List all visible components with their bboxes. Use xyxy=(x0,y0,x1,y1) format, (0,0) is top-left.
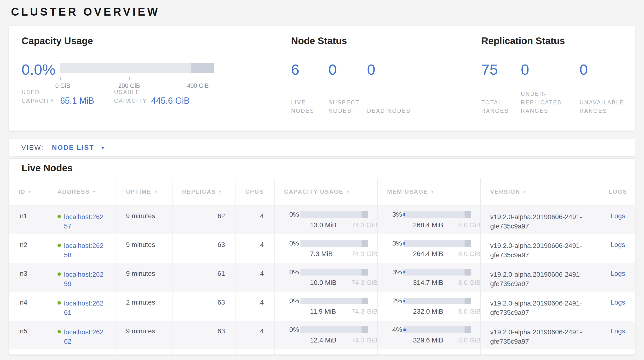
mem-used: 264.4 MiB xyxy=(413,250,443,258)
mem-percent: 3% xyxy=(387,211,402,218)
view-dropdown[interactable]: NODE LIST ▼ xyxy=(52,144,105,151)
mem-total: 8.0 GiB xyxy=(458,221,480,229)
table-header-row: ID ▼ ADDRESS ▼ UPTIME ▼ REPLICAS ▼ CPUS … xyxy=(9,178,635,206)
capacity-bar-track xyxy=(60,63,214,73)
column-header-version[interactable]: VERSION ▼ xyxy=(480,178,601,205)
axis-tick xyxy=(60,77,61,80)
logs-link[interactable]: Logs xyxy=(611,241,625,248)
replication-status-section: Replication Status 75 TOTAL RANGES 0 UND… xyxy=(481,36,635,115)
mem-mini-bar xyxy=(404,269,471,276)
node-version-cell: v19.2.0-alpha.20190606-2491-gfe735c9a97 xyxy=(480,234,601,263)
node-uptime: 9 minutes xyxy=(116,206,172,234)
capacity-usage-cell: 0% 10.0 MiB74.3 GiB xyxy=(274,263,377,292)
capacity-percent: 0% xyxy=(284,240,299,247)
sort-arrow-icon: ▼ xyxy=(218,190,222,194)
chevron-down-icon[interactable]: ▼ xyxy=(100,145,105,151)
live-nodes-table: ID ▼ ADDRESS ▼ UPTIME ▼ REPLICAS ▼ CPUS … xyxy=(9,178,635,355)
node-address-link[interactable]: localhost:26259 xyxy=(64,270,106,288)
mem-percent: 2% xyxy=(387,297,402,305)
axis-tick xyxy=(164,77,164,80)
node-live-dot xyxy=(58,215,61,218)
node-live-dot xyxy=(58,330,61,333)
capacity-used: 13.0 MiB xyxy=(310,221,336,229)
view-toolbar: VIEW: NODE LIST ▼ xyxy=(8,139,635,156)
view-label: VIEW: xyxy=(21,144,44,151)
column-header-mem-usage[interactable]: MEM USAGE ▼ xyxy=(377,178,480,205)
node-id: n5 xyxy=(9,321,48,349)
column-header-cpus: CPUS xyxy=(236,178,274,205)
node-address-cell: localhost:26262 xyxy=(48,321,116,349)
column-header-address[interactable]: ADDRESS ▼ xyxy=(48,178,116,205)
node-address-link[interactable]: localhost:26262 xyxy=(64,327,106,346)
column-header-id[interactable]: ID ▼ xyxy=(9,178,48,205)
capacity-used: 7.3 MiB xyxy=(310,250,333,258)
node-version: v19.2.0-alpha.20190606-2491-gfe735c9a97 xyxy=(490,212,592,231)
node-replicas: 63 xyxy=(172,292,236,321)
under-replicated-count: 0 xyxy=(521,62,580,77)
node-address-cell: localhost:26258 xyxy=(48,234,116,263)
axis-tick-label: 0 GiB xyxy=(55,82,70,89)
column-header-label: UPTIME xyxy=(126,189,152,195)
node-replicas: 61 xyxy=(172,263,236,292)
page-title: CLUSTER OVERVIEW xyxy=(11,5,160,18)
used-capacity-value: 65.1 MiB xyxy=(60,96,94,106)
unavailable-ranges-count: 0 xyxy=(580,62,634,77)
axis-tick-label: 200 GiB xyxy=(118,82,140,89)
capacity-percent: 0% xyxy=(284,268,299,276)
sort-arrow-icon: ▼ xyxy=(154,190,158,194)
replication-status-title: Replication Status xyxy=(481,36,635,46)
table-row: n3 localhost:26259 9 minutes 61 4 0% 10.… xyxy=(9,263,635,292)
node-replicas: 63 xyxy=(172,234,236,263)
table-row-clipped xyxy=(9,349,635,355)
mem-used: 268.4 MiB xyxy=(413,221,443,229)
mem-usage-cell: 3% 268.4 MiB8.0 GiB xyxy=(377,206,480,234)
node-cpus: 4 xyxy=(236,321,274,349)
used-capacity-label: USED CAPACITY xyxy=(22,88,60,105)
mem-mini-bar xyxy=(404,240,471,247)
column-header-uptime[interactable]: UPTIME ▼ xyxy=(116,178,172,205)
column-header-label: MEM USAGE xyxy=(387,189,428,195)
mem-usage-cell: 3% 314.7 MiB8.0 GiB xyxy=(377,263,480,292)
dead-nodes-count: 0 xyxy=(367,62,415,77)
under-replicated-label: UNDER-REPLICATED RANGES xyxy=(521,90,580,115)
capacity-total: 74.3 GiB xyxy=(352,279,378,287)
capacity-total: 74.3 GiB xyxy=(352,250,378,258)
live-nodes-count: 6 xyxy=(291,62,328,77)
capacity-total: 74.3 GiB xyxy=(352,221,378,229)
node-address-link[interactable]: localhost:26258 xyxy=(64,241,106,260)
column-header-label: REPLICAS xyxy=(182,189,216,195)
node-address-link[interactable]: localhost:26257 xyxy=(64,212,106,231)
column-header-label: ADDRESS xyxy=(58,189,90,195)
column-header-capacity-usage[interactable]: CAPACITY USAGE ▼ xyxy=(274,178,377,205)
capacity-mini-bar xyxy=(300,326,368,333)
logs-link[interactable]: Logs xyxy=(611,270,625,277)
node-address-cell: localhost:26257 xyxy=(48,206,116,234)
mem-mini-bar xyxy=(404,326,471,333)
column-header-label: CAPACITY USAGE xyxy=(284,189,343,195)
node-id: n1 xyxy=(9,206,48,234)
logs-link[interactable]: Logs xyxy=(611,327,625,335)
node-address-cell: localhost:26259 xyxy=(48,263,116,292)
logs-link[interactable]: Logs xyxy=(611,299,625,306)
capacity-mini-bar xyxy=(300,240,368,247)
column-header-label: CPUS xyxy=(245,189,264,195)
view-dropdown-value[interactable]: NODE LIST xyxy=(52,144,94,151)
node-address-link[interactable]: localhost:26261 xyxy=(64,299,106,317)
capacity-usage-cell: 0% 12.4 MiB74.3 GiB xyxy=(274,321,377,349)
live-nodes-label: LIVE NODES xyxy=(291,98,328,115)
logs-link[interactable]: Logs xyxy=(611,212,625,220)
node-replicas: 62 xyxy=(172,206,236,234)
usable-capacity-stat: USABLE CAPACITY 445.6 GiB xyxy=(114,88,190,105)
node-address-cell: localhost:26261 xyxy=(48,292,116,321)
mem-used: 314.7 MiB xyxy=(413,279,443,287)
capacity-percent: 0% xyxy=(284,326,299,334)
unavailable-ranges-stat: 0 UNAVAILABLE RANGES xyxy=(580,62,634,115)
node-live-dot xyxy=(58,301,61,305)
node-status-title: Node Status xyxy=(291,36,425,46)
column-header-label: LOGS xyxy=(608,189,627,195)
node-id: n2 xyxy=(9,234,48,263)
capacity-usage-cell: 0% 7.3 MiB74.3 GiB xyxy=(274,234,377,263)
table-row: n2 localhost:26258 9 minutes 63 4 0% 7.3… xyxy=(9,234,635,263)
column-header-replicas[interactable]: REPLICAS ▼ xyxy=(172,178,236,205)
under-replicated-stat: 0 UNDER-REPLICATED RANGES xyxy=(521,62,580,115)
